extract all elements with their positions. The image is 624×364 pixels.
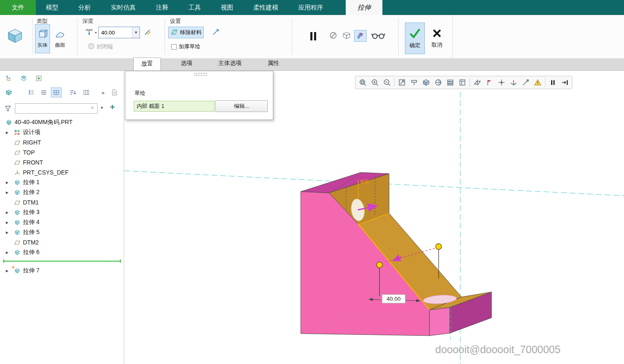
expander-icon[interactable]: ▶ — [6, 191, 14, 194]
datum-display-icon[interactable] — [472, 77, 483, 88]
tree-item-extrude-5[interactable]: ▶ 拉伸 5 — [0, 227, 124, 237]
tree-item-prt-csys-def[interactable]: PRT_CSYS_DEF — [0, 167, 124, 177]
display-style-icon[interactable] — [420, 77, 432, 88]
overflow-chevron[interactable]: » — [97, 87, 108, 97]
tree-item-extrude-6[interactable]: ▶ 拉伸 6 — [0, 247, 124, 257]
preview-glasses-button[interactable] — [369, 29, 387, 42]
warning-display-icon[interactable] — [532, 77, 543, 88]
datum-plane-icon — [14, 160, 20, 165]
extrude-feature-icon — [7, 27, 23, 46]
columns-icon[interactable] — [81, 87, 92, 97]
tab-properties[interactable]: 属性 — [262, 57, 285, 70]
tab-placement[interactable]: 放置 — [133, 57, 161, 70]
remove-material-button[interactable]: 移除材料 — [168, 27, 204, 38]
annotation-display-icon[interactable] — [484, 77, 495, 88]
tree-root-part[interactable]: 40-40-40MM角码.PRT — [0, 117, 124, 127]
zoom-out-icon[interactable] — [381, 77, 392, 88]
open-document-icon[interactable] — [109, 87, 120, 97]
ok-button[interactable]: 确定 — [405, 22, 425, 54]
depth-type-button[interactable]: ▾ — [83, 27, 99, 38]
zoom-in-icon[interactable] — [369, 77, 380, 88]
no-preview-button[interactable] — [327, 30, 339, 42]
tree-filter-input[interactable] — [15, 103, 97, 114]
tree-item-design-items[interactable]: ▶ 设计项 — [0, 127, 124, 137]
checkbox-icon — [171, 44, 177, 50]
panel-grip-handle[interactable] — [195, 73, 207, 76]
tree-item-extrude-1[interactable]: ▶ 拉伸 1 — [0, 177, 124, 187]
sketch-display-icon[interactable] — [520, 77, 531, 88]
clear-filter-icon[interactable]: × — [91, 105, 94, 111]
expander-icon[interactable]: ▶ — [6, 251, 14, 254]
sketch-reference-field[interactable] — [134, 101, 215, 112]
tab-body-options[interactable]: 主体选项 — [212, 57, 247, 70]
geometry-preview-button[interactable] — [354, 30, 367, 42]
tree-root-label: 40-40-40MM角码.PRT — [15, 119, 72, 126]
menu-tab-view[interactable]: 视图 — [211, 0, 243, 15]
favorites-icon[interactable] — [33, 73, 44, 83]
edit-sketch-button[interactable]: 编辑... — [215, 100, 268, 112]
filter-funnel-icon[interactable] — [2, 103, 13, 113]
flip-depth-button[interactable] — [142, 27, 153, 38]
repaint-icon[interactable] — [408, 77, 419, 88]
menu-tab-extrude-active[interactable]: 拉伸 — [346, 0, 382, 15]
tree-item-dtm2[interactable]: DTM2 — [0, 237, 124, 247]
depth-drag-handle[interactable] — [436, 244, 442, 249]
filter-dropdown-icon[interactable]: ▼ — [100, 106, 104, 110]
menu-tab-model[interactable]: 模型 — [36, 0, 68, 15]
spin-center-icon[interactable] — [496, 77, 507, 88]
tree-item-front[interactable]: FRONT — [0, 157, 124, 167]
solid-button[interactable]: 实体 — [35, 24, 50, 53]
menu-tab-flexible-modeling[interactable]: 柔性建模 — [243, 0, 288, 15]
tree-item-extrude-2[interactable]: ▶ 拉伸 2 — [0, 187, 124, 197]
add-filter-button[interactable]: + — [110, 102, 115, 112]
refit-icon[interactable] — [396, 77, 407, 88]
layer-tree-icon[interactable] — [18, 73, 29, 83]
graphics-viewport[interactable]: 草绘 编辑... 截面 — [124, 71, 624, 364]
view-manager-icon[interactable] — [457, 77, 468, 88]
tree-item-extrude-7[interactable]: ▶ * 拉伸 7 — [0, 266, 124, 276]
feature-list-icon[interactable] — [26, 87, 37, 97]
depth-drag-handle[interactable] — [377, 262, 382, 268]
tree-item-dtm1[interactable]: DTM1 — [0, 197, 124, 207]
expander-icon[interactable]: ▶ — [6, 231, 14, 234]
cancel-button[interactable]: 取消 — [427, 22, 447, 54]
attached-preview-button[interactable] — [341, 30, 352, 42]
sort-icon[interactable] — [67, 87, 78, 97]
menu-tab-tools[interactable]: 工具 — [178, 0, 211, 15]
tree-part-icon[interactable] — [3, 87, 14, 97]
flip-material-side-button[interactable] — [210, 27, 222, 38]
thicken-sketch-checkbox[interactable]: 加厚草绘 — [169, 41, 202, 52]
model-tree-icon[interactable] — [3, 73, 14, 83]
surface-button[interactable]: 曲面 — [52, 24, 68, 53]
menu-tab-applications[interactable]: 应用程序 — [288, 0, 333, 15]
chevron-down-icon: ▾ — [95, 31, 97, 35]
pause-button[interactable] — [304, 27, 322, 46]
menu-tab-realtime-sim[interactable]: 实时仿真 — [101, 0, 146, 15]
tab-options[interactable]: 选项 — [175, 57, 198, 70]
tree-item-right[interactable]: RIGHT — [0, 137, 124, 147]
insert-here-indicator[interactable] — [3, 259, 121, 264]
resume-to-end-icon[interactable] — [559, 77, 570, 88]
menu-tab-annotate[interactable]: 注释 — [146, 0, 178, 15]
saved-views-icon[interactable] — [444, 77, 456, 88]
expander-icon[interactable]: ▶ — [6, 181, 14, 184]
tree-item-extrude-3[interactable]: ▶ 拉伸 3 — [0, 207, 124, 217]
zoom-window-icon[interactable] — [357, 77, 368, 88]
depth-value-input[interactable] — [99, 27, 132, 38]
tree-item-extrude-4[interactable]: ▶ 拉伸 4 — [0, 217, 124, 227]
dimension-value[interactable]: 40.00 — [387, 296, 401, 302]
menu-tab-file[interactable]: 文件 — [0, 0, 36, 15]
menu-tab-analysis[interactable]: 分析 — [68, 0, 101, 15]
pause-icon[interactable] — [547, 77, 558, 88]
expander-icon[interactable]: ▶ — [6, 211, 14, 214]
depth-dropdown-button[interactable]: ▼ — [132, 27, 140, 38]
section-view-icon[interactable] — [432, 77, 444, 88]
grid-view-icon[interactable] — [51, 87, 62, 97]
tree-item-top[interactable]: TOP — [0, 147, 124, 157]
expander-icon[interactable]: ▶ — [6, 221, 14, 224]
layer-list-icon[interactable] — [38, 87, 49, 97]
model-face-base-front[interactable] — [429, 307, 450, 336]
expander-icon[interactable]: ▶ — [6, 131, 14, 135]
capped-ends-button[interactable]: 封闭端 — [86, 41, 115, 52]
3d-dragger-icon[interactable] — [508, 77, 519, 88]
